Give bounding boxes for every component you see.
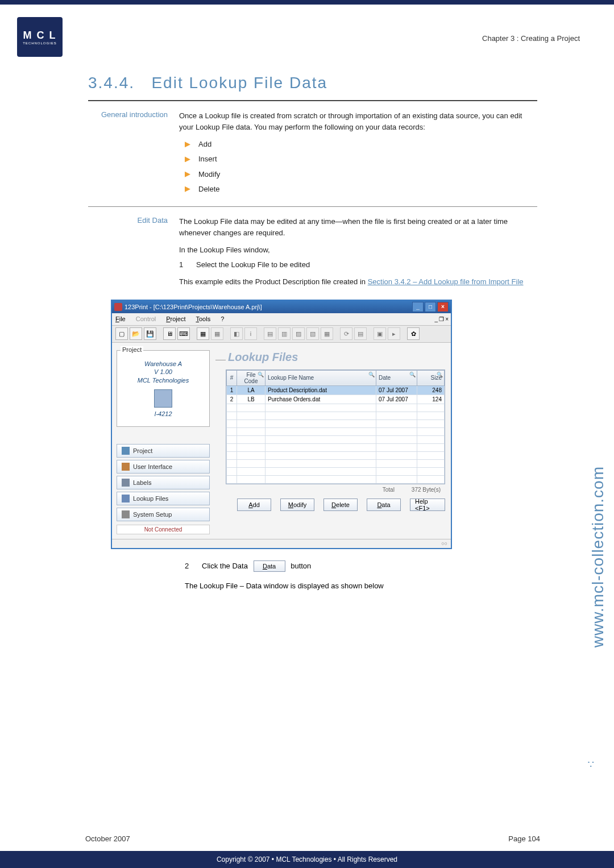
side-url: www.mcl-collection.com [589,466,607,647]
project-version: V 1.00 [121,368,206,376]
toolbar-icon: ⟳ [340,327,352,340]
new-icon[interactable]: ▢ [115,327,128,340]
bullet-icon [185,156,190,162]
sidebar-item-lookup-files[interactable]: Lookup Files [117,492,210,505]
settings-icon[interactable]: ✿ [407,327,420,340]
page-top-border [0,0,614,5]
lookup-icon [122,495,130,502]
project-company: MCL Technologies [121,376,206,385]
search-icon[interactable]: 🔍 [368,372,375,377]
help-button[interactable]: Help <F1> [410,499,445,511]
toolbar-icon: ▤ [264,327,276,340]
delete-button[interactable]: Delete [323,499,358,511]
edit-data-label: Edit Data [88,216,179,288]
labels-icon [122,479,130,487]
total-label: Total [383,487,395,493]
app-icon [114,303,122,311]
table-row-empty [227,467,445,475]
maximize-button[interactable]: □ [425,302,436,312]
col-filecode[interactable]: File Code🔍 [237,370,265,385]
title-divider [88,100,537,101]
chapter-header: Chapter 3 : Creating a Project [482,34,580,43]
table-row-empty [227,412,445,420]
footer-date: October 2007 [85,834,130,843]
table-row-empty [227,443,445,451]
footer-page: Page 104 [508,834,540,843]
nav-label: Project [133,447,152,454]
ui-icon [122,463,130,471]
section-link[interactable]: Section 3.4.2 – Add Lookup file from Imp… [368,277,524,286]
transfer-icon[interactable]: ▦ [197,327,209,340]
nav-label: System Setup [133,511,172,518]
modify-button[interactable]: Modify [280,499,314,511]
section-title-text: Edit Lookup File Data [151,74,327,92]
col-filename[interactable]: Lookup File Name🔍 [265,370,376,385]
cell-num: 2 [227,394,237,404]
device-image [154,389,172,408]
cell-size: 248 [417,385,445,394]
menu-tools[interactable]: Tools [196,315,210,322]
minimize-button[interactable]: _ [412,302,424,312]
sub-restore-icon[interactable]: ❐ [439,316,444,322]
sidebar-item-project[interactable]: Project [117,444,210,458]
menu-help[interactable]: ? [221,315,224,322]
app-screenshot: 123Print - [C:\123Print\Projects\Warehou… [111,300,452,549]
copyright-bar: Copyright © 2007 • MCL Technologies • Al… [0,851,614,868]
intro-bullet-list: Add Insert Modify Delete [179,139,537,195]
connection-status: Not Connected [117,525,210,534]
nav-label: User Interface [133,463,172,470]
table-row[interactable]: 2 LB Purchase Orders.dat 07 Jul 2007 124 [227,394,445,404]
total-value: 372 Byte(s) [412,487,441,493]
edit-data-line2: In the Lookup Files window, [179,244,537,256]
search-icon[interactable]: 🔍 [437,372,443,377]
bullet-modify: Modify [198,169,220,180]
table-row-empty [227,435,445,443]
project-legend: Project [121,346,143,353]
search-icon[interactable]: 🔍 [409,372,416,377]
menu-file[interactable]: File [115,315,126,322]
search-icon[interactable]: 🔍 [258,372,264,377]
menu-project[interactable]: Project [166,315,185,322]
sidebar-item-system-setup[interactable]: System Setup [117,508,210,521]
data-button-inline[interactable]: Data [254,560,285,572]
data-button[interactable]: Data [367,499,401,511]
step-2-post: button [291,562,311,570]
general-intro-body: Once a Lookup file is created from scrat… [179,110,537,133]
project-name: Warehouse A [121,360,206,368]
close-button[interactable]: × [437,302,449,312]
col-num[interactable]: # [227,370,237,385]
table-row-empty [227,475,445,483]
nav-label: Lookup Files [133,495,168,502]
cell-name: Purchase Orders.dat [265,394,376,404]
col-date[interactable]: Date🔍 [376,370,417,385]
edit-data-body3-pre: This example edits the Product Descripti… [179,277,368,286]
cell-size: 124 [417,394,445,404]
sub-close-icon[interactable]: × [445,316,449,322]
menu-control: Control [136,315,156,322]
table-row-empty [227,427,445,435]
save-icon[interactable]: 💾 [144,327,156,340]
toolbar-icon: ▨ [292,327,305,340]
table-row-empty [227,459,445,467]
add-button[interactable]: Add [237,499,271,511]
sidebar-item-labels[interactable]: Labels [117,476,210,489]
page-title: 3.4.4. Edit Lookup File Data [88,74,537,92]
sub-minimize-icon[interactable]: _ [435,316,438,322]
sidebar-item-ui[interactable]: User Interface [117,460,210,474]
open-icon[interactable]: 📂 [130,327,142,340]
step-num-2: 2 [185,560,195,572]
logo-letters: M C L [23,30,57,41]
project-model: I-4212 [121,410,206,418]
lookup-files-table: # File Code🔍 Lookup File Name🔍 Date🔍 Siz… [226,369,445,484]
cell-date: 07 Jul 2007 [376,394,417,404]
table-row[interactable]: 1 LA Product Description.dat 07 Jul 2007… [227,385,445,394]
device-icon[interactable]: 🖥 [163,327,176,340]
logo-sub: TECHNOLOGIES [23,41,57,45]
section-number: 3.4.4. [88,74,135,92]
toolbar-icon: ▸ [388,327,400,340]
col-size[interactable]: Size🔍 [417,370,445,385]
toolbar-icon: ▣ [374,327,386,340]
tree-connector [215,360,226,360]
table-total-row: Total 372 Byte(s) [214,484,445,494]
keyboard-icon[interactable]: ⌨ [177,327,190,340]
